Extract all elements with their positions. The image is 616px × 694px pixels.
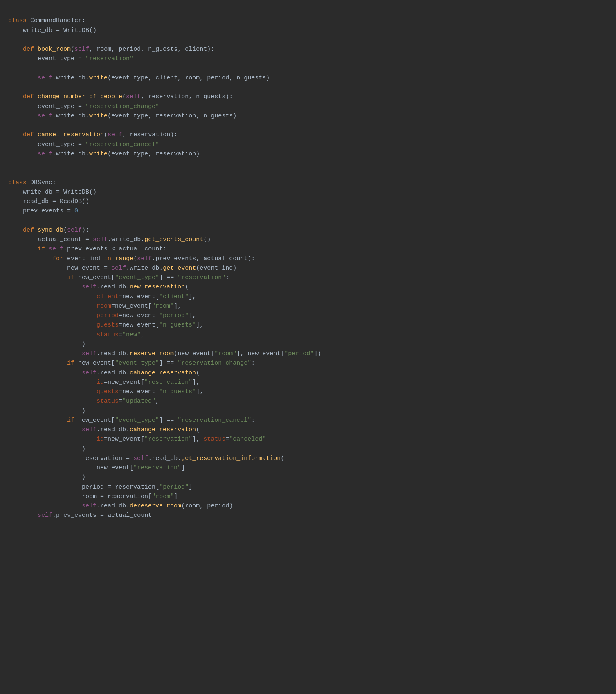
- code-editor: class CommandHandler: write_db = WriteDB…: [8, 7, 608, 520]
- line-1: class CommandHandler: write_db = WriteDB…: [8, 17, 321, 519]
